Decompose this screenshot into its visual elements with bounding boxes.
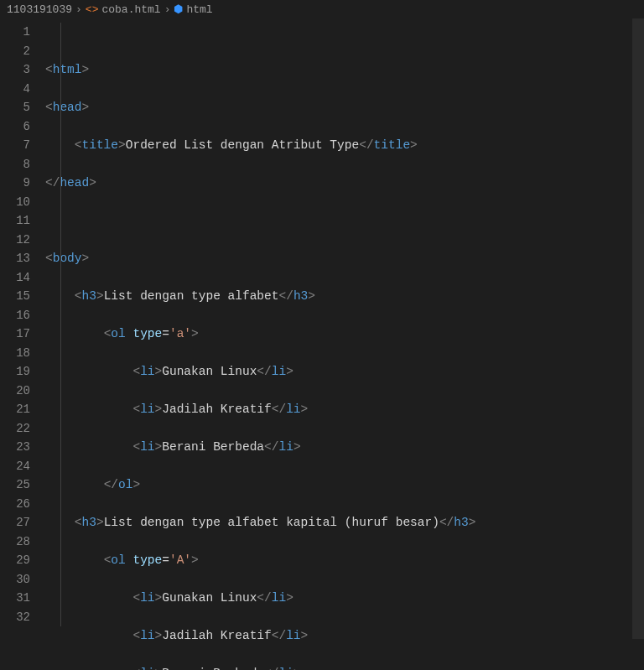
breadcrumb-symbol[interactable]: html	[186, 3, 212, 16]
line-number: 4	[0, 80, 30, 99]
html-file-icon: <>	[86, 3, 99, 16]
line-number: 18	[0, 344, 30, 363]
line-number: 2	[0, 42, 30, 61]
line-number: 25	[0, 475, 30, 495]
line-number: 17	[0, 325, 30, 344]
line-number: 13	[0, 249, 30, 268]
scrollbar-thumb[interactable]	[632, 18, 644, 639]
li-text: Gunakan Linux	[162, 591, 257, 605]
line-number: 19	[0, 362, 30, 382]
line-number: 21	[0, 400, 30, 419]
line-number: 12	[0, 231, 30, 250]
line-number: 8	[0, 155, 30, 174]
code-content[interactable]: <html> <head> <title>Ordered List dengan…	[45, 18, 644, 670]
line-number: 14	[0, 268, 30, 288]
line-number: 9	[0, 174, 30, 193]
line-number: 11	[0, 211, 30, 231]
line-number: 31	[0, 589, 30, 608]
breadcrumb-file[interactable]: coba.html	[101, 3, 160, 16]
line-number: 22	[0, 419, 30, 439]
line-number-gutter: 1 2 3 4 5 6 7 8 9 10 11 12 13 14 15 16 1…	[0, 18, 45, 670]
line-number: 23	[0, 438, 30, 457]
line-number: 3	[0, 60, 30, 80]
h3-text: List dengan type alfabet kapital (huruf …	[104, 516, 439, 529]
vertical-scrollbar[interactable]	[632, 18, 644, 639]
line-number: 1	[0, 23, 30, 42]
symbol-icon: ⬢	[174, 3, 183, 16]
li-text: Jadilah Kreatif	[162, 403, 272, 416]
chevron-right-icon: ›	[75, 3, 82, 16]
line-number: 28	[0, 532, 30, 552]
line-number: 16	[0, 306, 30, 325]
indent-guide	[60, 23, 61, 626]
line-number: 15	[0, 287, 30, 306]
line-number: 29	[0, 551, 30, 570]
h3-text: List dengan type alfabet	[104, 289, 279, 303]
code-editor[interactable]: 1 2 3 4 5 6 7 8 9 10 11 12 13 14 15 16 1…	[0, 18, 644, 670]
attr-value: 'A'	[169, 553, 191, 567]
breadcrumb-folder[interactable]: 1103191039	[7, 3, 72, 16]
line-number: 5	[0, 98, 30, 117]
li-text: Gunakan Linux	[162, 365, 257, 378]
title-text: Ordered List dengan Atribut Type	[126, 138, 359, 152]
li-text: Jadilah Kreatif	[162, 629, 272, 642]
line-number: 6	[0, 117, 30, 137]
line-number: 20	[0, 382, 30, 401]
breadcrumb[interactable]: 1103191039 › <> coba.html › ⬢ html	[0, 0, 644, 18]
line-number: 30	[0, 570, 30, 589]
line-number: 26	[0, 495, 30, 514]
chevron-right-icon: ›	[164, 3, 171, 16]
attr-value: 'a'	[169, 327, 191, 340]
line-number: 10	[0, 193, 30, 212]
line-number: 27	[0, 513, 30, 532]
li-text: Berani Berbeda	[162, 667, 264, 670]
line-number: 7	[0, 136, 30, 155]
li-text: Berani Berbeda	[162, 440, 264, 454]
line-number: 32	[0, 608, 30, 627]
line-number: 24	[0, 457, 30, 476]
